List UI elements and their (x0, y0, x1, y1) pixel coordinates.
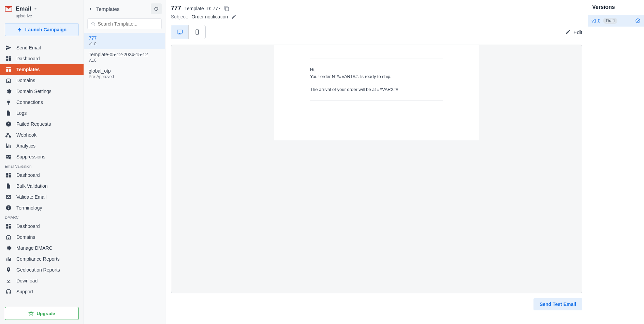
sidebar-item-label: Dashboard (16, 172, 40, 178)
sidebar-item-dm-dashboard[interactable]: Dashboard (0, 221, 84, 232)
sidebar-item-label: Suppressions (16, 154, 45, 159)
file-icon (5, 110, 12, 116)
version-item[interactable]: v1.0Draft (588, 15, 644, 27)
search-input[interactable] (98, 21, 158, 27)
template-list-item[interactable]: 777v1.0 (84, 33, 165, 49)
templates-icon (5, 66, 12, 73)
analytics-icon (5, 143, 12, 149)
version-badge: Draft (603, 18, 617, 24)
sidebar-item-label: Send Email (16, 45, 41, 50)
email-preview-frame: Hi, Your order №##VAR1##. Is ready to sh… (171, 45, 582, 293)
sidebar-nav: Send EmailDashboardTemplatesDomainsDomai… (0, 42, 84, 297)
sidebar-item-templates[interactable]: Templates (0, 64, 84, 75)
sidebar-item-label: Download (16, 278, 38, 283)
desktop-preview-button[interactable] (171, 25, 188, 39)
template-item-name: 777 (89, 35, 160, 41)
edit-label: Edit (573, 29, 582, 35)
sidebar-item-dashboard[interactable]: Dashboard (0, 53, 84, 64)
template-list-item[interactable]: global_otpPre-Approved (84, 65, 165, 82)
sidebar-item-label: Compliance Reports (16, 256, 60, 262)
account-name: apixdrive (0, 14, 84, 18)
versions-panel: Versions v1.0Draft (588, 0, 644, 324)
sidebar-item-label: Failed Requests (16, 121, 51, 127)
sidebar-item-logs[interactable]: Logs (0, 108, 84, 119)
send-test-email-button[interactable]: Send Test Email (533, 298, 582, 310)
sidebar-item-download[interactable]: Download (0, 275, 84, 286)
search-template-field[interactable] (87, 18, 162, 29)
email-line-1: Hi, (310, 67, 316, 72)
version-label: v1.0 (591, 18, 600, 24)
copy-id-button[interactable] (224, 6, 230, 11)
sidebar-item-label: Analytics (16, 143, 35, 149)
sidebar-item-label: Terminology (16, 205, 42, 211)
versions-title: Versions (588, 0, 644, 15)
sidebar-item-dm-domains[interactable]: Domains (0, 232, 84, 243)
refresh-icon (153, 6, 159, 12)
domains-icon (5, 77, 12, 83)
mail-brand-icon (5, 6, 12, 12)
pin-icon (5, 267, 12, 273)
send-icon (5, 45, 12, 51)
sidebar-item-geolocation[interactable]: Geolocation Reports (0, 264, 84, 275)
star-icon (28, 311, 34, 316)
upgrade-button[interactable]: Upgrade (5, 307, 79, 320)
edit-template-button[interactable]: Edit (565, 29, 582, 35)
back-button[interactable] (87, 6, 93, 12)
sidebar-item-label: Domains (16, 234, 35, 240)
sidebar-item-analytics[interactable]: Analytics (0, 140, 84, 151)
dashboard-icon (5, 56, 12, 62)
list-title: Templates (96, 6, 148, 12)
sidebar-item-domain-settings[interactable]: Domain Settings (0, 86, 84, 97)
download-icon (5, 278, 12, 284)
gear-icon (5, 88, 12, 94)
sidebar-item-ev-dashboard[interactable]: Dashboard (0, 170, 84, 181)
template-list: 777v1.0Template-05-12-2024-15-12v1.0glob… (84, 33, 165, 82)
sidebar-item-label: Bulk Validation (16, 183, 48, 189)
sidebar-item-label: Domain Settings (16, 89, 52, 94)
mobile-preview-button[interactable] (188, 25, 205, 39)
sidebar-item-terminology[interactable]: Terminology (0, 202, 84, 213)
copy-icon (224, 6, 230, 11)
preview-device-toggle (171, 25, 206, 39)
sidebar: Email apixdrive Launch Campaign Send Ema… (0, 0, 84, 324)
pencil-icon (565, 29, 571, 35)
template-id-label: Template ID: 777 (185, 6, 221, 11)
refresh-button[interactable] (151, 3, 162, 14)
sidebar-group-label: DMARC (0, 213, 84, 221)
sidebar-item-label: Connections (16, 99, 43, 105)
sidebar-item-support[interactable]: Support (0, 286, 84, 297)
sidebar-item-label: Domains (16, 78, 35, 83)
sidebar-item-bulk-validation[interactable]: Bulk Validation (0, 181, 84, 191)
sidebar-item-send-email[interactable]: Send Email (0, 42, 84, 53)
email-line-2: Your order №##VAR1##. Is ready to ship. (310, 74, 392, 79)
version-check-icon (635, 18, 641, 24)
sidebar-item-domains[interactable]: Domains (0, 75, 84, 86)
sidebar-item-compliance[interactable]: Compliance Reports (0, 253, 84, 264)
dashboard-icon (5, 223, 12, 229)
sidebar-item-failed-requests[interactable]: Failed Requests (0, 119, 84, 129)
mail-icon (5, 194, 12, 200)
sidebar-item-label: Manage DMARC (16, 245, 53, 251)
sidebar-item-label: Support (16, 289, 33, 294)
sidebar-item-validate-email[interactable]: Validate Email (0, 191, 84, 202)
sidebar-item-webhook[interactable]: Webhook (0, 129, 84, 140)
bar-icon (5, 256, 12, 262)
sidebar-item-label: Logs (16, 110, 27, 116)
brand-row[interactable]: Email (0, 3, 84, 12)
sidebar-item-connections[interactable]: Connections (0, 97, 84, 108)
template-item-name: global_otp (89, 68, 160, 74)
brand-title: Email (16, 5, 31, 12)
file-icon (5, 183, 12, 189)
launch-campaign-button[interactable]: Launch Campaign (5, 23, 79, 36)
error-icon (5, 121, 12, 127)
sidebar-item-label: Templates (16, 67, 40, 72)
upgrade-label: Upgrade (36, 311, 55, 316)
sidebar-item-manage-dmarc[interactable]: Manage DMARC (0, 243, 84, 253)
sidebar-item-label: Dashboard (16, 56, 40, 61)
template-list-item[interactable]: Template-05-12-2024-15-12v1.0 (84, 49, 165, 65)
template-list-pane: Templates 777v1.0Template-05-12-2024-15-… (84, 0, 165, 324)
headset-icon (5, 289, 12, 295)
edit-subject-button[interactable] (231, 14, 236, 19)
main-content: 777 Template ID: 777 Subject: Order noti… (165, 0, 588, 324)
sidebar-item-suppressions[interactable]: Suppressions (0, 151, 84, 162)
